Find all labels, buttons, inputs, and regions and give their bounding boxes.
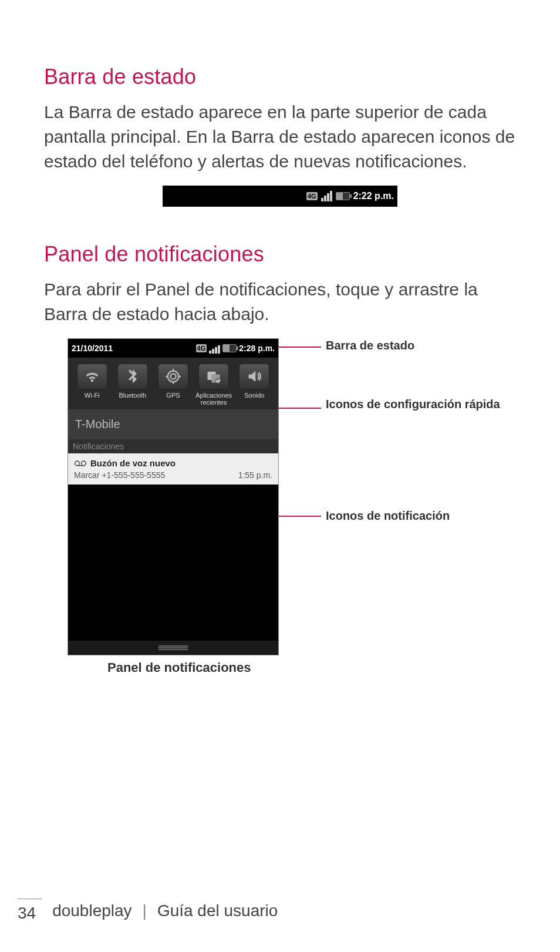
fourg-icon: 4G [306, 192, 318, 200]
footer-guide: Guía del usuario [157, 901, 278, 920]
gps-label: GPS [166, 392, 180, 399]
page-number: 34 [18, 899, 42, 923]
carrier-label: T-Mobile [68, 409, 278, 439]
svg-point-1 [168, 371, 179, 382]
callout-line [279, 408, 321, 409]
callout-statusbar: Barra de estado [326, 338, 414, 353]
phone-fourg-icon: 4G [196, 344, 207, 352]
voicemail-icon [74, 459, 87, 467]
phone-status-bar: 21/10/2011 4G 2:28 p.m. [68, 339, 278, 358]
bluetooth-label: Bluetooth [119, 392, 146, 399]
sound-toggle[interactable] [239, 364, 269, 389]
footer-separator: | [143, 901, 147, 920]
wifi-toggle[interactable] [77, 364, 107, 389]
notification-item[interactable]: Buzón de voz nuevo Marcar +1-555-555-555… [68, 453, 278, 485]
quick-settings-row: Wi-Fi Bluetooth GPS [68, 358, 278, 409]
notification-time: 1:55 p.m. [238, 470, 272, 480]
handle-icon [158, 645, 188, 647]
statusbar-time: 2:22 p.m. [353, 191, 394, 201]
recent-apps-icon [205, 368, 222, 385]
section-paragraph-notifpanel: Para abrir el Panel de notificaciones, t… [44, 277, 516, 327]
section-title-statusbar: Barra de estado [44, 65, 516, 89]
signal-icon [321, 191, 332, 201]
footer-product: doubleplay [52, 901, 131, 920]
phone-time: 2:28 p.m. [239, 344, 275, 353]
sound-label: Sonido [244, 392, 264, 399]
notification-title: Buzón de voz nuevo [90, 458, 176, 468]
sound-icon [246, 368, 262, 385]
notifications-header: Notificaciones [68, 439, 278, 453]
section-title-notifpanel: Panel de notificaciones [44, 242, 516, 267]
status-bar-figure: 4G 2:22 p.m. [163, 186, 397, 207]
phone-signal-icon [209, 343, 220, 354]
wifi-icon [84, 368, 100, 385]
svg-point-0 [170, 374, 176, 379]
panel-handle[interactable] [68, 641, 278, 655]
svg-point-5 [75, 461, 80, 466]
svg-point-6 [82, 461, 86, 466]
wifi-label: Wi-Fi [85, 392, 100, 399]
figure-caption: Panel de notificaciones [107, 660, 251, 675]
phone-date: 21/10/2011 [72, 344, 113, 353]
gps-toggle[interactable] [158, 364, 188, 389]
gps-icon [165, 368, 181, 385]
section-paragraph-statusbar: La Barra de estado aparece en la parte s… [44, 100, 516, 174]
callout-line [279, 516, 321, 517]
callout-quicksettings: Iconos de configuración rápida [326, 397, 500, 412]
recent-apps-toggle[interactable] [198, 364, 229, 389]
phone-battery-icon [222, 344, 237, 352]
callout-line [279, 347, 321, 348]
battery-icon [336, 192, 350, 200]
bluetooth-icon [124, 368, 141, 385]
callout-notificon: Iconos de notificación [326, 509, 450, 523]
phone-screenshot: 21/10/2011 4G 2:28 p.m. Wi-Fi [68, 338, 279, 655]
bluetooth-toggle[interactable] [117, 364, 148, 389]
notification-subtitle: Marcar +1-555-555-5555 [74, 470, 165, 480]
page-footer: 34 doubleplay | Guía del usuario [18, 899, 516, 923]
recent-apps-label: Aplicaciones recientes [194, 392, 233, 406]
